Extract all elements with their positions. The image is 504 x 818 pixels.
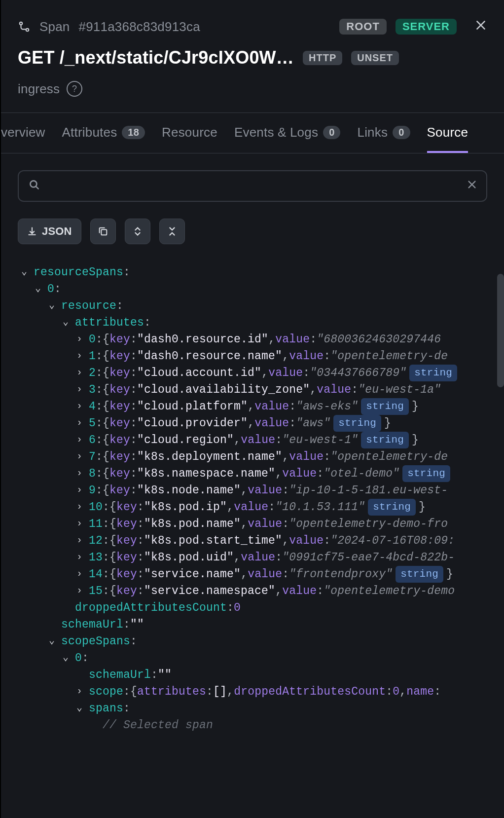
span-panel: Span #911a368c83d913ca ROOT SERVER GET /… — [0, 0, 504, 818]
tab-attributes-count: 18 — [122, 126, 145, 139]
type-badge: string — [396, 566, 443, 583]
chevron-down-icon[interactable]: ⌄ — [59, 649, 72, 666]
tab-resource[interactable]: Resource — [162, 113, 217, 153]
attr-row[interactable]: ›2: {key: "cloud.account.id", value: "03… — [18, 365, 504, 381]
chevron-right-icon[interactable]: › — [73, 582, 86, 599]
tabs: verview Attributes 18 Resource Events & … — [1, 113, 504, 153]
tab-events[interactable]: Events & Logs 0 — [234, 113, 341, 153]
chevron-down-icon[interactable]: ⌄ — [32, 280, 44, 297]
attr-row[interactable]: ›4: {key: "cloud.platform", value: "aws-… — [18, 398, 504, 415]
type-badge: string — [333, 415, 381, 432]
span-title: GET /_next/static/CJr9cIXO0WXMduPm… — [18, 47, 294, 68]
attr-row[interactable]: ›1: {key: "dash0.resource.name", value: … — [18, 348, 504, 365]
collapse-all-button[interactable] — [159, 219, 185, 244]
chevron-right-icon[interactable]: › — [73, 549, 86, 565]
chevron-right-icon[interactable]: › — [73, 364, 86, 381]
copy-button[interactable] — [90, 219, 116, 244]
badge-server: SERVER — [396, 19, 457, 35]
download-json-button[interactable]: JSON — [18, 219, 81, 244]
chevron-right-icon[interactable]: › — [73, 482, 86, 498]
attr-row[interactable]: ›13: {key: "k8s.pod.uid", value: "0991cf… — [18, 549, 504, 566]
attr-row[interactable]: ›5: {key: "cloud.provider", value: "aws"… — [18, 415, 504, 432]
type-badge: string — [361, 398, 409, 415]
badge-unset: UNSET — [351, 51, 399, 65]
chevron-right-icon[interactable]: › — [73, 414, 86, 431]
search-input[interactable] — [48, 179, 467, 193]
chevron-right-icon[interactable]: › — [73, 532, 86, 549]
chevron-right-icon[interactable]: › — [73, 515, 86, 532]
attr-row[interactable]: ›6: {key: "cloud.region", value: "eu-wes… — [18, 432, 504, 448]
json-viewer[interactable]: ⌄resourceSpans: ⌄0: ⌄resource: ⌄attribut… — [1, 256, 504, 734]
chevron-right-icon[interactable]: › — [73, 448, 86, 465]
search-icon — [28, 178, 40, 194]
chevron-right-icon[interactable]: › — [73, 465, 86, 482]
expand-all-button[interactable] — [125, 219, 150, 244]
type-badge: string — [402, 465, 450, 482]
type-badge: string — [409, 365, 457, 381]
chevron-right-icon[interactable]: › — [73, 381, 86, 398]
search-input-wrap[interactable] — [18, 170, 487, 202]
attr-row[interactable]: ›7: {key: "k8s.deployment.name", value: … — [18, 448, 504, 465]
service-name: ingress — [18, 81, 60, 97]
span-label: Span — [39, 19, 70, 35]
chevron-right-icon[interactable]: › — [73, 398, 86, 414]
attr-row[interactable]: ›9: {key: "k8s.node.name", value: "ip-10… — [18, 482, 504, 499]
chevron-right-icon[interactable]: › — [73, 331, 86, 347]
type-badge: string — [361, 432, 409, 448]
tab-links-count: 0 — [393, 126, 410, 139]
attr-row[interactable]: ›0: {key: "dash0.resource.id", value: "6… — [18, 331, 504, 348]
chevron-down-icon[interactable]: ⌄ — [45, 297, 58, 314]
span-id: #911a368c83d913ca — [79, 19, 200, 35]
close-icon[interactable] — [474, 19, 487, 35]
badge-root: ROOT — [339, 19, 387, 35]
attr-row[interactable]: ›8: {key: "k8s.namespace.name", value: "… — [18, 465, 504, 482]
header: Span #911a368c83d913ca ROOT SERVER GET /… — [1, 0, 504, 113]
chevron-right-icon[interactable]: › — [73, 683, 86, 700]
clear-icon[interactable] — [467, 179, 477, 193]
attr-row[interactable]: ›11: {key: "k8s.pod.name", value: "opent… — [18, 516, 504, 532]
chevron-down-icon[interactable]: ⌄ — [18, 263, 31, 280]
chevron-down-icon[interactable]: ⌄ — [59, 314, 72, 331]
attr-row[interactable]: ›10: {key: "k8s.pod.ip", value: "10.1.53… — [18, 499, 504, 516]
attr-row[interactable]: ›15: {key: "service.namespace", value: "… — [18, 583, 504, 599]
help-icon[interactable]: ? — [67, 81, 82, 97]
scrollbar[interactable] — [497, 274, 504, 387]
tab-source[interactable]: Source — [427, 113, 468, 153]
svg-rect-3 — [101, 229, 107, 235]
tab-overview[interactable]: verview — [1, 113, 45, 153]
badge-http: HTTP — [303, 51, 342, 65]
chevron-right-icon[interactable]: › — [73, 498, 86, 515]
attr-row[interactable]: ›14: {key: "service.name", value: "front… — [18, 566, 504, 583]
tab-links[interactable]: Links 0 — [357, 113, 410, 153]
toolbar: JSON — [1, 219, 504, 256]
branch-icon — [18, 20, 31, 33]
chevron-right-icon[interactable]: › — [73, 431, 86, 448]
attr-row[interactable]: ›12: {key: "k8s.pod.start_time", value: … — [18, 532, 504, 549]
chevron-right-icon[interactable]: › — [73, 347, 86, 364]
type-badge: string — [368, 499, 416, 516]
chevron-right-icon[interactable]: › — [73, 565, 86, 582]
tab-events-count: 0 — [323, 126, 340, 139]
chevron-down-icon[interactable]: ⌄ — [45, 632, 58, 649]
attr-row[interactable]: ›3: {key: "cloud.availability_zone", val… — [18, 381, 504, 398]
tab-attributes[interactable]: Attributes 18 — [62, 113, 145, 153]
svg-point-1 — [26, 29, 29, 31]
chevron-down-icon[interactable]: ⌄ — [73, 700, 86, 716]
